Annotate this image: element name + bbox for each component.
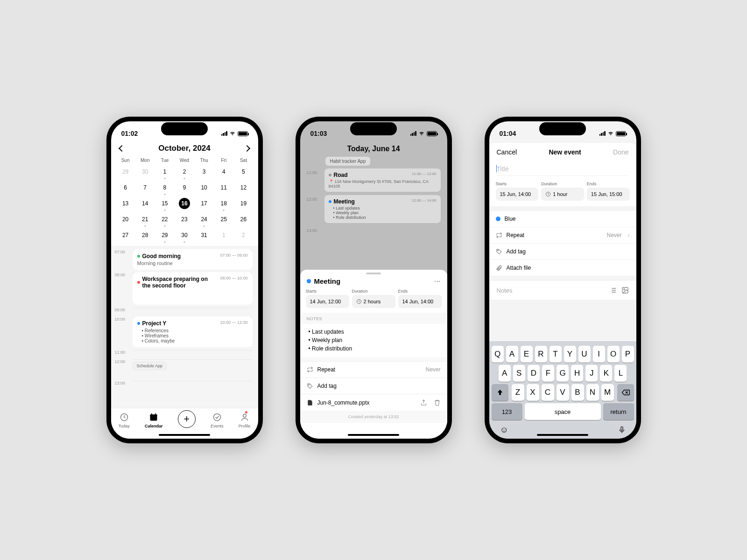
calendar-day[interactable]: 2 bbox=[233, 227, 253, 243]
attachment-row[interactable]: Jun-8_commute.pptx bbox=[300, 394, 447, 411]
attach-file-row[interactable]: Attach file bbox=[489, 260, 636, 276]
calendar-day[interactable]: 7 bbox=[135, 180, 155, 196]
key[interactable]: Q bbox=[492, 346, 504, 363]
key[interactable]: X bbox=[527, 384, 539, 401]
event-card[interactable]: 10:00 — 12:30 Project Y ReferencesWirefr… bbox=[133, 316, 253, 347]
home-indicator[interactable] bbox=[159, 434, 210, 436]
ends-button[interactable]: 15 Jun, 15:00 bbox=[587, 188, 630, 201]
calendar-day[interactable]: 17 bbox=[194, 196, 214, 211]
mic-key[interactable] bbox=[618, 425, 626, 435]
trash-icon[interactable] bbox=[434, 399, 441, 406]
repeat-row[interactable]: Repeat Never › bbox=[489, 227, 636, 244]
calendar-day[interactable]: 16 bbox=[175, 196, 194, 211]
tab-calendar[interactable]: Calendar bbox=[145, 412, 163, 428]
key[interactable]: Y bbox=[564, 346, 576, 363]
more-icon[interactable]: ⋮ bbox=[433, 278, 441, 285]
month-title[interactable]: October, 2024 bbox=[158, 144, 211, 153]
tab-profile[interactable]: Profile bbox=[239, 412, 251, 428]
calendar-day[interactable]: 1 bbox=[155, 164, 175, 180]
key[interactable]: A bbox=[506, 346, 518, 363]
share-icon[interactable] bbox=[420, 399, 427, 406]
calendar-day[interactable]: 23 bbox=[175, 211, 194, 227]
key[interactable]: F bbox=[542, 365, 554, 382]
calendar-day[interactable]: 18 bbox=[214, 196, 233, 211]
calendar-day[interactable]: 8 bbox=[155, 180, 175, 196]
starts-button[interactable]: 14 Jun, 12:00 bbox=[306, 295, 349, 308]
calendar-day[interactable]: 19 bbox=[233, 196, 253, 211]
image-icon[interactable] bbox=[621, 287, 629, 294]
next-month-button[interactable] bbox=[244, 145, 250, 152]
emoji-key[interactable]: ☺ bbox=[500, 425, 508, 435]
event-badge[interactable]: Schedule App bbox=[133, 362, 167, 370]
key[interactable]: D bbox=[528, 365, 540, 382]
key[interactable]: C bbox=[542, 384, 554, 401]
calendar-day[interactable]: 5 bbox=[233, 164, 253, 180]
home-indicator[interactable] bbox=[537, 434, 588, 436]
key[interactable]: O bbox=[607, 346, 620, 363]
key[interactable]: S bbox=[513, 365, 525, 382]
calendar-day[interactable]: 20 bbox=[116, 211, 135, 227]
calendar-day[interactable]: 3 bbox=[194, 164, 214, 180]
key[interactable]: M bbox=[601, 384, 614, 401]
calendar-day[interactable]: 26 bbox=[233, 211, 253, 227]
keyboard[interactable]: QAERTYUIOP ASDFGHJKL ZXCVBNM 123 space r… bbox=[489, 341, 636, 439]
space-key[interactable]: space bbox=[525, 403, 601, 420]
calendar-day[interactable]: 29 bbox=[155, 227, 175, 243]
shift-key[interactable] bbox=[492, 384, 508, 401]
key[interactable]: P bbox=[622, 346, 634, 363]
calendar-day[interactable]: 21 bbox=[135, 211, 155, 227]
calendar-day[interactable]: 15 bbox=[155, 196, 175, 211]
calendar-day[interactable]: 14 bbox=[135, 196, 155, 211]
duration-button[interactable]: 2 hours bbox=[352, 295, 395, 308]
calendar-day[interactable]: 2 bbox=[175, 164, 194, 180]
key[interactable]: E bbox=[521, 346, 533, 363]
key[interactable]: G bbox=[557, 365, 569, 382]
sheet-handle[interactable] bbox=[366, 273, 381, 274]
event-card[interactable]: 08:00 — 10:00 Workspace preparing on the… bbox=[133, 272, 253, 305]
tab-events[interactable]: Events bbox=[211, 412, 224, 428]
calendar-day[interactable]: 30 bbox=[175, 227, 194, 243]
backspace-key[interactable] bbox=[617, 384, 634, 401]
key[interactable]: I bbox=[593, 346, 605, 363]
calendar-day[interactable]: 4 bbox=[214, 164, 233, 180]
home-indicator[interactable] bbox=[348, 434, 399, 436]
ends-button[interactable]: 14 Jun, 14:00 bbox=[398, 295, 442, 308]
calendar-day[interactable]: 22 bbox=[155, 211, 175, 227]
key[interactable]: J bbox=[585, 365, 598, 382]
color-row[interactable]: Blue bbox=[489, 211, 636, 227]
calendar-day[interactable]: 12 bbox=[233, 180, 253, 196]
event-sheet[interactable]: Meeting ⋮ Starts14 Jun, 12:00 Duration2 … bbox=[300, 270, 447, 439]
key[interactable]: N bbox=[586, 384, 599, 401]
notes-input[interactable]: Notes bbox=[489, 281, 636, 300]
calendar-day[interactable]: 25 bbox=[214, 211, 233, 227]
add-event-button[interactable]: + bbox=[178, 410, 196, 428]
key[interactable]: T bbox=[550, 346, 562, 363]
event-card[interactable]: 07:00 — 09:00 Good morning Morning routi… bbox=[133, 249, 253, 270]
calendar-day[interactable]: 28 bbox=[135, 227, 155, 243]
key[interactable]: H bbox=[571, 365, 583, 382]
calendar-grid[interactable]: 2930123456789101112131415161718192021222… bbox=[111, 164, 258, 246]
done-button[interactable]: Done bbox=[613, 148, 628, 156]
calendar-day[interactable]: 27 bbox=[116, 227, 135, 243]
key[interactable]: R bbox=[535, 346, 547, 363]
add-tag-row[interactable]: Add tag bbox=[300, 378, 447, 394]
calendar-day[interactable]: 29 bbox=[116, 164, 135, 180]
list-icon[interactable] bbox=[609, 287, 617, 294]
add-tag-row[interactable]: Add tag bbox=[489, 244, 636, 260]
calendar-day[interactable]: 1 bbox=[214, 227, 233, 243]
cancel-button[interactable]: Cancel bbox=[497, 148, 517, 156]
starts-button[interactable]: 15 Jun, 14:00 bbox=[496, 188, 539, 201]
key[interactable]: L bbox=[614, 365, 627, 382]
key[interactable]: V bbox=[557, 384, 569, 401]
repeat-row[interactable]: Repeat Never bbox=[300, 361, 447, 378]
prev-month-button[interactable] bbox=[118, 145, 125, 152]
title-input[interactable]: Title bbox=[497, 162, 629, 176]
key[interactable]: U bbox=[578, 346, 591, 363]
key[interactable]: B bbox=[571, 384, 584, 401]
timeline[interactable]: 07:00 07:00 — 09:00 Good morning Morning… bbox=[111, 246, 258, 408]
tab-today[interactable]: Today bbox=[119, 412, 130, 428]
calendar-day[interactable]: 31 bbox=[194, 227, 214, 243]
calendar-day[interactable]: 13 bbox=[116, 196, 135, 211]
key[interactable]: Z bbox=[512, 384, 524, 401]
calendar-day[interactable]: 9 bbox=[175, 180, 194, 196]
